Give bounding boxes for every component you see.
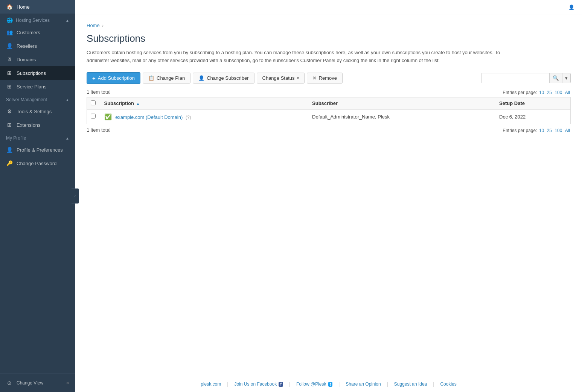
- status-active-icon: ✅: [104, 114, 112, 120]
- toolbar: + Add Subscription 📋 Change Plan 👤 Chang…: [87, 72, 571, 84]
- entries-25-bottom[interactable]: 25: [547, 128, 552, 133]
- customers-icon: 👥: [6, 29, 13, 35]
- subscription-link[interactable]: example.com (Default Domain): [115, 114, 183, 120]
- sidebar-domains-label: Domains: [17, 57, 36, 62]
- user-icon: 👤: [568, 5, 574, 10]
- resellers-icon: 👤: [6, 43, 13, 49]
- sidebar-subscriptions-label: Subscriptions: [17, 70, 46, 76]
- footer-share-link[interactable]: Share an Opinion: [346, 381, 381, 387]
- breadcrumb: Home ›: [87, 23, 571, 28]
- sidebar-section-hosting-services[interactable]: 🌐 Hosting Services ▲: [0, 14, 75, 26]
- search-input[interactable]: [481, 73, 549, 83]
- subscription-cell: ✅ example.com (Default Domain) (?): [101, 109, 309, 124]
- col-subscription-label: Subscription: [104, 100, 134, 106]
- sidebar-tools-settings-label: Tools & Settings: [17, 109, 52, 114]
- sort-icon: ▲: [136, 102, 140, 106]
- page-footer: plesk.com | Join Us on Facebook f | Foll…: [75, 376, 582, 392]
- add-subscription-button[interactable]: + Add Subscription: [87, 72, 140, 84]
- entries-100-bottom[interactable]: 100: [555, 128, 562, 133]
- facebook-icon: f: [279, 382, 283, 387]
- subscriptions-icon: ⊞: [6, 70, 13, 76]
- sidebar-item-home[interactable]: 🏠 Home: [0, 0, 75, 14]
- breadcrumb-separator: ›: [102, 23, 104, 28]
- twitter-icon: t: [328, 382, 332, 387]
- server-management-label: Server Management: [6, 97, 47, 102]
- change-view-icon: ⊙: [6, 380, 13, 386]
- password-icon: 🔑: [6, 160, 13, 166]
- search-box: 🔍 ▾: [481, 73, 571, 83]
- col-setup-date-label: Setup Date: [499, 100, 525, 106]
- main-content: 👤 Home › Subscriptions Customers obtain …: [75, 0, 582, 392]
- col-subscriber-label: Subscriber: [312, 100, 338, 106]
- hosting-services-icon: 🌐: [6, 17, 13, 23]
- entries-10[interactable]: 10: [539, 90, 544, 95]
- sidebar-item-resellers[interactable]: 👤 Resellers: [0, 39, 75, 53]
- entries-25[interactable]: 25: [547, 90, 552, 95]
- item-count-bottom: 1 item total: [87, 127, 111, 133]
- search-button[interactable]: 🔍: [549, 73, 562, 83]
- sidebar-item-profile-preferences[interactable]: 👤 Profile & Preferences: [0, 143, 75, 156]
- select-all-checkbox[interactable]: [91, 100, 96, 105]
- service-plans-icon: ⊞: [6, 84, 13, 90]
- close-icon: ✕: [66, 381, 69, 386]
- sidebar-extensions-label: Extensions: [17, 122, 41, 128]
- extensions-icon: ⊞: [6, 122, 13, 128]
- sidebar-customers-label: Customers: [17, 30, 40, 35]
- table-footer: 1 item total Entries per page: 10 25 100…: [87, 127, 571, 134]
- home-icon: 🏠: [6, 4, 13, 10]
- change-status-button[interactable]: Change Status ▾: [257, 73, 305, 84]
- sidebar-item-service-plans[interactable]: ⊞ Service Plans: [0, 80, 75, 93]
- sidebar-section-my-profile[interactable]: My Profile ▲: [0, 132, 75, 143]
- item-count-top: 1 item total: [87, 89, 111, 95]
- sidebar-resellers-label: Resellers: [17, 43, 37, 49]
- col-subscription: Subscription ▲: [101, 97, 309, 109]
- sidebar-service-plans-label: Service Plans: [17, 84, 46, 90]
- hosting-services-chevron: ▲: [66, 18, 69, 23]
- change-subscriber-icon: 👤: [198, 75, 204, 81]
- entries-all-bottom[interactable]: All: [565, 128, 570, 133]
- entries-100[interactable]: 100: [555, 90, 562, 95]
- sidebar-item-customers[interactable]: 👥 Customers: [0, 26, 75, 39]
- footer-twitter-link[interactable]: Follow @Plesk t: [296, 381, 332, 387]
- subscriptions-table: Subscription ▲ Subscriber Setup Date: [87, 97, 571, 124]
- sidebar: 🏠 Home 🌐 Hosting Services ▲ 👥 Customers …: [0, 0, 75, 392]
- collapse-icon: ‹: [75, 194, 76, 198]
- sidebar-item-change-password[interactable]: 🔑 Change Password: [0, 156, 75, 170]
- change-subscriber-button[interactable]: 👤 Change Subscriber: [193, 73, 254, 84]
- sidebar-change-password-label: Change Password: [17, 161, 56, 166]
- change-status-dropdown-icon: ▾: [297, 76, 299, 80]
- sidebar-item-subscriptions[interactable]: ⊞ Subscriptions: [0, 66, 75, 80]
- col-setup-date: Setup Date: [495, 97, 570, 109]
- sidebar-item-domains[interactable]: 🖥 Domains: [0, 53, 75, 66]
- domains-icon: 🖥: [6, 56, 13, 62]
- sidebar-item-extensions[interactable]: ⊞ Extensions: [0, 118, 75, 132]
- entries-per-page-top: Entries per page: 10 25 100 All: [503, 90, 571, 95]
- my-profile-chevron: ▲: [66, 136, 69, 140]
- entries-per-page-bottom: Entries per page: 10 25 100 All: [503, 128, 571, 133]
- question-mark[interactable]: (?): [186, 115, 191, 120]
- sidebar-item-tools-settings[interactable]: ⚙ Tools & Settings: [0, 105, 75, 118]
- entries-all[interactable]: All: [565, 90, 570, 95]
- sidebar-home-label: Home: [17, 4, 30, 10]
- remove-icon: ✕: [312, 75, 317, 81]
- sidebar-collapse-handle[interactable]: ‹: [72, 188, 79, 204]
- remove-button[interactable]: ✕ Remove: [307, 73, 343, 84]
- server-management-chevron: ▲: [66, 98, 69, 102]
- footer-facebook-link[interactable]: Join Us on Facebook f: [234, 381, 283, 387]
- footer-plesk-link[interactable]: plesk.com: [201, 381, 221, 387]
- sidebar-section-server-management[interactable]: Server Management ▲: [0, 93, 75, 105]
- sidebar-change-view[interactable]: ⊙ Change View ✕: [0, 377, 75, 389]
- entries-10-bottom[interactable]: 10: [539, 128, 544, 133]
- footer-cookies-link[interactable]: Cookies: [440, 381, 456, 387]
- top-bar: 👤: [75, 0, 582, 15]
- change-plan-button[interactable]: 📋 Change Plan: [143, 73, 190, 84]
- row-checkbox[interactable]: [91, 114, 96, 119]
- breadcrumb-home[interactable]: Home: [87, 23, 100, 28]
- col-subscriber: Subscriber: [308, 97, 495, 109]
- footer-suggest-link[interactable]: Suggest an Idea: [394, 381, 427, 387]
- my-profile-section-label: My Profile: [6, 135, 26, 141]
- search-dropdown-button[interactable]: ▾: [562, 73, 570, 83]
- subscriber-cell: Default_Administrator_Name, Plesk: [308, 109, 495, 124]
- setup-date-cell: Dec 6, 2022: [495, 109, 570, 124]
- sidebar-profile-preferences-label: Profile & Preferences: [17, 147, 63, 153]
